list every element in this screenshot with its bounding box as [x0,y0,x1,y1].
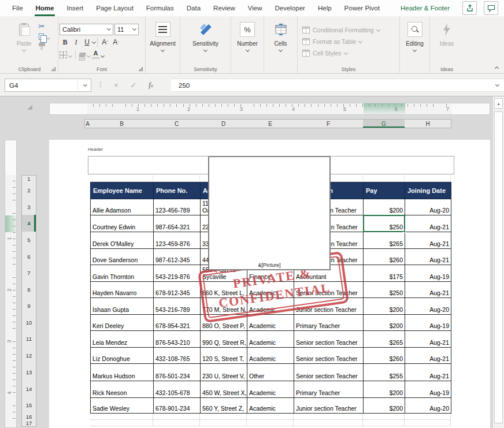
paste-button[interactable]: Paste [10,18,39,51]
formula-input[interactable]: 250 [171,79,504,92]
table-cell[interactable]: Courtney Edwin [91,215,154,232]
table-cell[interactable]: Academic [247,381,294,398]
row-header-5[interactable]: 5 [21,232,36,249]
tab-help[interactable]: Help [312,0,338,16]
table-cell[interactable]: Allie Adamson [91,199,154,215]
formula-bar-grip[interactable]: ⋮ [97,80,104,88]
table-cell[interactable]: Markus Hudson [91,364,154,381]
table-cell[interactable]: Rick Neeson [91,381,154,398]
column-header-e[interactable]: E [247,119,294,128]
table-cell[interactable]: 120 S, Street T, [201,348,247,364]
table-cell[interactable]: Senior section Teacher [294,364,364,381]
cells-button[interactable]: Cells [266,18,295,51]
borders-icon[interactable] [60,51,67,58]
table-cell[interactable]: 560 Y, Street Z, [201,398,247,414]
ideas-button[interactable]: Ideas [432,18,461,47]
fill-color-icon[interactable] [79,53,86,57]
table-cell[interactable]: 678-954-321 [154,315,201,331]
table-cell[interactable]: Derek O'Malley [91,232,154,249]
table-cell[interactable]: Sadie Wesley [91,398,154,414]
table-cell[interactable]: 987-612-345 [154,249,201,265]
chevron-down-icon[interactable] [68,53,72,57]
row-header-13[interactable]: 13 [21,363,36,381]
row-header-9[interactable]: 9 [21,297,36,315]
table-cell[interactable]: Aug-20 [405,298,451,315]
table-cell[interactable]: 990 Q, Street R, [201,331,247,348]
table-cell[interactable]: $250 [364,282,405,298]
table-cell[interactable]: $260 [364,348,405,364]
picture-placeholder[interactable]: &[Picture] [208,156,331,270]
table-cell[interactable]: 450 W, Street X, [201,381,247,398]
chevron-down-icon[interactable] [101,53,105,57]
scroll-up-icon[interactable]: ▲ [494,98,503,109]
table-cell[interactable]: Other [247,364,294,381]
cut-icon[interactable]: ✂ [39,22,50,31]
column-header-d[interactable]: D [200,119,247,128]
table-cell[interactable]: Aug-20 [405,398,451,414]
table-cell[interactable]: Academic [247,398,294,414]
table-cell[interactable]: 432-108-765 [154,348,201,364]
cancel-icon[interactable]: × [108,81,125,90]
row-header-17[interactable]: 17 [21,420,36,427]
table-cell[interactable]: Aug-21 [405,364,451,381]
table-cell[interactable]: 123-459-876 [154,232,201,249]
alignment-button[interactable]: Alignment [149,18,177,51]
table-cell[interactable]: Aug-19 [405,381,451,398]
insert-function-icon[interactable]: fx [142,81,160,90]
table-cell[interactable]: 678-901-234 [154,398,201,414]
table-cell[interactable]: 876-543-210 [154,331,201,348]
tab-home[interactable]: Home [29,0,61,16]
table-cell[interactable]: 123-456-789 [154,199,201,215]
table-cell[interactable]: $200 [364,199,405,215]
font-name-combo[interactable]: Calibri [60,24,113,35]
clipboard-dialog-launcher[interactable] [51,67,55,71]
table-cell[interactable]: Leia Mendez [91,331,154,348]
number-button[interactable]: % Number [233,18,262,51]
table-cell[interactable]: 230 U, Street V, [201,364,247,381]
tab-insert[interactable]: Insert [60,0,90,16]
row-header-12[interactable]: 12 [21,347,36,364]
collapse-ribbon-icon[interactable] [495,66,499,70]
table-cell[interactable]: Dove Sanderson [91,249,154,265]
conditional-formatting-button[interactable]: Conditional Formatting [302,24,380,36]
tab-data[interactable]: Data [180,0,207,16]
table-cell[interactable]: $200 [364,381,405,398]
table-cell[interactable]: Senior section Teacher [294,331,364,348]
table-cell[interactable]: $175 [364,265,405,282]
table-cell[interactable]: Hayden Navarro [91,282,154,298]
table-cell[interactable]: $200 [364,298,405,315]
column-header-f[interactable]: F [294,119,364,128]
table-cell[interactable]: Senior section Teacher [294,348,364,364]
table-cell[interactable]: Aug-20 [405,199,451,215]
expand-formula-bar-icon[interactable] [495,83,499,87]
vertical-scrollbar[interactable]: ▲ [492,96,504,428]
table-cell[interactable]: 543-219-876 [154,265,201,282]
table-cell[interactable]: Aug-21 [405,232,451,249]
table-cell[interactable]: Academic [247,348,294,364]
row-header-4[interactable]: 4 [21,215,36,232]
editing-button[interactable]: Editing [401,18,429,51]
table-cell[interactable]: Academic [247,315,294,331]
chevron-down-icon[interactable] [92,40,96,44]
table-cell[interactable]: 543-216-789 [154,298,201,315]
copy-button[interactable] [39,34,50,40]
scrollbar-thumb[interactable] [494,111,503,423]
column-header-b[interactable]: B [90,119,154,128]
table-cell[interactable]: 987-654-321 [154,215,201,232]
table-cell[interactable]: Aug-21 [405,348,451,364]
column-title[interactable]: Pay [364,183,405,199]
bold-button[interactable]: B [60,37,71,48]
tab-formulas[interactable]: Formulas [140,0,180,16]
share-button[interactable] [462,1,477,15]
table-cell[interactable]: Primary Teacher [294,315,364,331]
row-header-2[interactable]: 2 [21,182,36,199]
row-header-11[interactable]: 11 [21,330,36,348]
row-header-3[interactable]: 3 [21,199,36,215]
chevron-down-icon[interactable] [87,53,91,57]
table-cell[interactable]: $265 [364,331,405,348]
row-header-15[interactable]: 15 [21,397,36,414]
table-cell[interactable]: 876-501-234 [154,364,201,381]
format-as-table-button[interactable]: Format as Table [302,36,362,47]
table-cell[interactable]: $260 [364,249,405,265]
tab-power-pivot[interactable]: Power Pivot [338,0,386,16]
